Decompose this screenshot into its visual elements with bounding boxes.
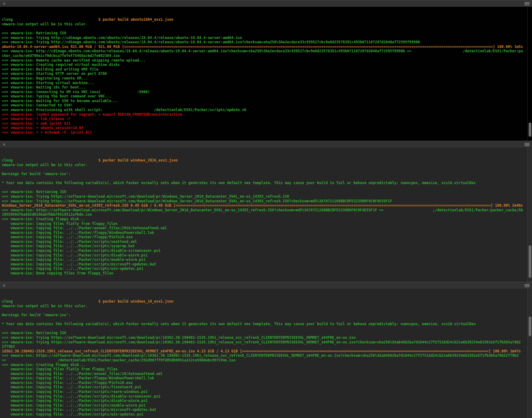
terminal-line: cker_cache/e6d790e1cf0dcbca7fefef75468ac… (2, 54, 532, 58)
terminal-line (2, 26, 532, 31)
terminal-line: vmware-iso: Copying file: ../../Packer/s… (2, 248, 532, 253)
terminal-line: vmware-iso: Done copying files from flop… (2, 271, 532, 276)
terminal-line: vmware-iso: Copying files flatly from fl… (2, 367, 532, 372)
terminal-line: ==> vmware-iso: Trying https://software-… (2, 340, 532, 345)
close-icon[interactable]: × (3, 282, 6, 289)
terminal-line: ==> vmware-iso: Provisioning with shell … (2, 108, 532, 112)
hamburger-menu-icon[interactable] (525, 143, 530, 146)
terminal-line: vmware-iso: Copying file: ../../Packer/s… (2, 407, 532, 412)
terminal-line: 1055098d7ba8d2d635babf6bb76518512afbde.i… (2, 212, 532, 217)
terminal-line: ==> vmware-iso: Connecting to VM via VNC… (2, 90, 532, 94)
close-icon[interactable]: × (3, 1, 6, 7)
terminal-line: ==> vmware-iso: Registering remote VM... (2, 76, 532, 81)
terminal-pane-windows2016: × clong $ packer build windows_2016_esxi… (0, 141, 532, 282)
terminal-line: ==> vmware-iso: Retrieving ISO (2, 190, 532, 194)
terminal-output: clong $ packer build windows_2016_esxi.j… (0, 148, 532, 282)
terminal-line: vmware-iso: Copying file: ../../Packer/s… (2, 399, 532, 403)
terminal-lines: clong $ packer build windows_2016_esxi.j… (2, 158, 532, 275)
terminal-lines: clong $ packer build ubuntu1804_esxi.jso… (2, 17, 532, 135)
terminal-line: ==> vmware-iso: Waiting 10s for boot... (2, 85, 532, 90)
hamburger-menu-icon[interactable] (525, 2, 530, 5)
terminal-line: ==> vmware-iso: Creating floppy disk... (2, 363, 532, 367)
hamburger-menu-icon[interactable] (525, 284, 530, 287)
terminal-line: ==> vmware-iso: Trying https://software-… (2, 335, 532, 340)
terminal-line: ubuntu-18.04.4-server-amd64.iso 921.00 M… (2, 45, 532, 49)
terminal-line: clong $ packer build ubuntu1804_esxi.jso… (2, 17, 532, 22)
terminal-output: clong $ packer build ubuntu1804_esxi.jso… (0, 7, 532, 141)
terminal-line: ==> vmware-iso: + awk {print $2} (2, 121, 532, 126)
terminal-line: ==> vmware-iso: Trying https://software-… (2, 194, 532, 199)
terminal-line: vmware-iso: Copying file: ../../Packer/s… (2, 394, 532, 399)
terminal-line: * Your vmx data contains the following v… (2, 322, 532, 326)
scrollbar[interactable] (527, 289, 532, 418)
terminal-line: vmware-iso: Copying file: ../../Packer/s… (2, 253, 532, 258)
terminal-line (2, 167, 532, 172)
terminal-line: ==> vmware-iso: https://software-downloa… (2, 353, 532, 358)
terminal-pane-windows10: × clong $ packer build windows_10_esxi.j… (0, 282, 532, 418)
terminal-line: ==> vmware-iso: Waiting for SSH to becom… (2, 99, 532, 103)
screen: { "colors": { "terminal_green": "#32a932… (0, 0, 532, 418)
terminal-line: ==> vmware-iso: https://software-downloa… (2, 208, 532, 213)
terminal-line: Warnings for build 'vmware-iso': (2, 313, 532, 317)
terminal-line: vmware-iso: Copying file: ../../Packer/s… (2, 390, 532, 394)
terminal-line (2, 176, 532, 181)
terminal-line: Windows_Server_2016_Datacenter_EVAL_en-u… (2, 203, 532, 208)
terminal-line: ==> vmware-iso: Trying http://cdimage.ub… (2, 36, 532, 40)
terminal-line: 2f79b3 (2, 344, 532, 349)
terminal-line: vmware-iso: Copying file: ../../Packer/f… (2, 381, 532, 385)
terminal-line: ==> vmware-iso: Trying https://software-… (2, 199, 532, 204)
close-icon[interactable]: × (3, 141, 6, 148)
terminal-line: ==> vmware-iso: [sudo] password for vagr… (2, 112, 532, 117)
terminal-line: ==> vmware-iso: Creating floppy disk... (2, 217, 532, 222)
pane-titlebar: × (0, 282, 532, 289)
terminal-line: Warnings for build 'vmware-iso': (2, 172, 532, 176)
terminal-line: vmware-iso: Copying files flatly from fl… (2, 222, 532, 226)
terminal-line: * Your vmx data contains the following v… (2, 181, 532, 185)
terminal-line: ==> vmware-iso: Typing the boot command … (2, 94, 532, 99)
terminal-line: vmware-iso: Copying file: ../../Packer/s… (2, 262, 532, 267)
terminal-line: ==> vmware-iso: http://cdimage.ubuntu.co… (2, 49, 532, 54)
terminal-line: ==> vmware-iso: Remote cache was verifie… (2, 58, 532, 63)
terminal-pane-ubuntu1804: × clong $ packer build ubuntu1804_esxi.j… (0, 0, 532, 141)
terminal-line: ==> vmware-iso: + ubuntu_version=18.04 (2, 126, 532, 130)
terminal-line: clong $ packer build windows_10_esxi.jso… (2, 299, 532, 304)
terminal-line: vmware-iso: Copying file: ../../Packer/s… (2, 244, 532, 248)
terminal-line: ==> vmware-iso: + + echoawk -F. {print $… (2, 130, 532, 135)
scrollbar-thumb[interactable] (529, 245, 531, 278)
terminal-line: clong $ packer build windows_2016_esxi.j… (2, 158, 532, 163)
terminal-line: ==> vmware-iso: Creating required virtua… (2, 62, 532, 67)
terminal-line: ==> vmware-iso: Building and writing VMX… (2, 67, 532, 72)
terminal-line: ==> vmware-iso: Starting HTTP server on … (2, 71, 532, 76)
terminal-line (2, 326, 532, 331)
terminal-line: ==> vmware-iso: Connected to SSH! (2, 103, 532, 108)
terminal-line: vmware-iso output will be in this color. (2, 163, 532, 167)
terminal-line: ==> vmware-iso: + lsb_release -r (2, 117, 532, 121)
terminal-line: vmware-iso: Copying file: ../../Packer/s… (2, 412, 532, 417)
terminal-line: ==> vmware-iso: Retrieving ISO (2, 31, 532, 36)
terminal-line: vmware-iso: Copying file: ../../Packer/s… (2, 257, 532, 262)
terminal-line: vmware-iso: Copying file: ../../Packer/s… (2, 266, 532, 271)
terminal-line: vmware-iso: Copying file: ../../Packer/a… (2, 372, 532, 376)
scrollbar-thumb[interactable] (529, 123, 531, 137)
terminal-line (2, 317, 532, 322)
terminal-line: vmware-iso: Copying file: ../../Packer/s… (2, 239, 532, 244)
terminal-lines: clong $ packer build windows_10_esxi.jso… (2, 299, 532, 416)
terminal-line: vmware-iso: Copying file: ../../Packer/a… (2, 226, 532, 231)
terminal-line: ==> vmware-iso: Trying http://cdimage.ub… (2, 40, 532, 45)
terminal-line (2, 185, 532, 190)
scrollbar-thumb[interactable] (529, 317, 531, 336)
scrollbar[interactable] (527, 7, 532, 141)
terminal-line: vmware-iso: Copying file: ../../Packer/f… (2, 231, 532, 235)
terminal-line: vmware-iso output will be in this color. (2, 22, 532, 27)
pane-titlebar: × (0, 0, 532, 7)
scrollbar[interactable] (527, 148, 532, 282)
terminal-line: ==> vmware-iso: Retrieving ISO (2, 331, 532, 335)
terminal-line: ==> vmware-iso: Starting virtual machine… (2, 81, 532, 85)
terminal-output: clong $ packer build windows_10_esxi.jso… (0, 289, 532, 418)
terminal-line: 18362.30.190401-1528.19h1_release_svc_re… (2, 349, 532, 354)
terminal-line: vmware-iso output will be in this color. (2, 304, 532, 308)
terminal-line: vmware-iso: Copying file: ../../Packer/s… (2, 403, 532, 408)
pane-titlebar: × (0, 141, 532, 148)
terminal-line: => /detectionlab/ESXi/Packer/packer_cach… (2, 358, 532, 363)
terminal-line: vmware-iso: Copying file: ../../Packer/s… (2, 385, 532, 390)
